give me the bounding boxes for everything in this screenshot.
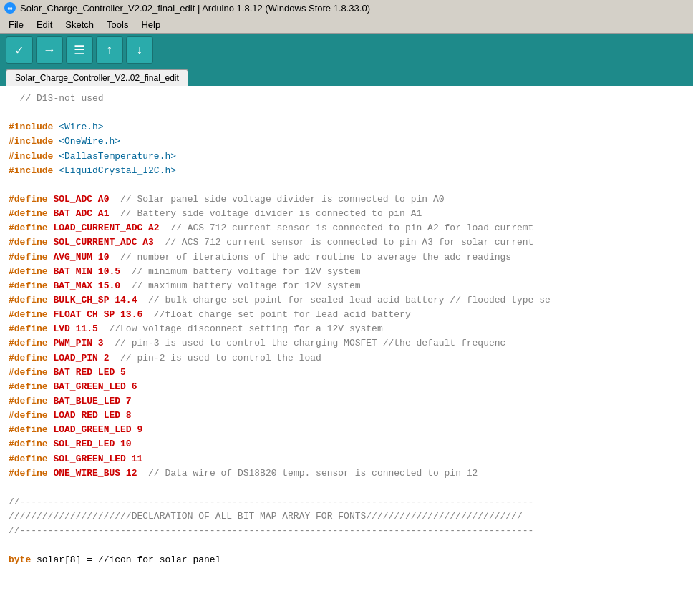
keyword: #define — [9, 223, 48, 233]
keyword: #include — [9, 136, 53, 147]
define-name: BAT_ADC A1 — [53, 208, 109, 219]
keyword: #define — [9, 439, 48, 449]
define-name: LOAD_RED_LED 8 — [53, 410, 131, 421]
keyword: #include — [9, 151, 53, 162]
define-name: BULK_CH_SP 14.4 — [53, 295, 137, 305]
keyword: #include — [9, 122, 53, 132]
separator-comment: //--------------------------------------… — [9, 525, 533, 536]
keyword: #define — [9, 208, 48, 219]
upload-button[interactable]: → — [36, 36, 63, 64]
keyword: #define — [9, 252, 48, 263]
define-comment: // Data wire of DS18B20 temp. sensor is … — [148, 468, 478, 479]
define-comment: // maximum battery voltage for 12V syste… — [132, 280, 361, 291]
define-name: BAT_RED_LED 5 — [53, 367, 125, 378]
keyword: #define — [9, 410, 48, 421]
define-comment: // ACS 712 current sensor is connected t… — [170, 223, 533, 233]
include-file: <OneWire.h> — [59, 136, 120, 147]
define-name: PWM_PIN 3 — [53, 338, 103, 348]
define-name: BAT_MIN 10.5 — [53, 266, 120, 277]
keyword: #define — [9, 309, 48, 320]
keyword: #define — [9, 367, 48, 378]
title-bar: ∞ Solar_Charge_Controller_V2.02_final_ed… — [0, 0, 693, 16]
define-comment: // pin-3 is used to control the charging… — [115, 338, 505, 348]
define-name: LOAD_GREEN_LED 9 — [53, 424, 142, 435]
new-button[interactable]: ☰ — [66, 36, 93, 64]
menu-item-sketch[interactable]: Sketch — [59, 18, 100, 31]
define-comment: // bulk charge set point for sealed lead… — [148, 295, 551, 305]
verify-button[interactable]: ✓ — [6, 36, 33, 64]
code-text: solar[8] = //icon for solar panel — [31, 554, 220, 565]
keyword: #define — [9, 295, 48, 305]
define-name: SOL_GREEN_LED 11 — [53, 454, 142, 464]
toolbar: ✓→☰↑↓ — [0, 34, 693, 67]
tab-bar: Solar_Charge_Controller_V2..02_final_edi… — [0, 67, 693, 86]
define-comment: // Solar panel side voltage divider is c… — [120, 194, 444, 205]
separator-comment: //--------------------------------------… — [9, 497, 533, 507]
include-file: <LiquidCrystal_I2C.h> — [59, 165, 176, 176]
define-name: LVD 11.5 — [53, 323, 97, 334]
separator-comment: //////////////////////DECLARATION OF ALL… — [9, 511, 523, 522]
define-comment: //Low voltage disconnect setting for a 1… — [109, 323, 382, 334]
keyword: #define — [9, 468, 48, 479]
define-name: LOAD_CURRENT_ADC A2 — [53, 223, 159, 233]
define-name: SOL_CURRENT_ADC A3 — [53, 237, 153, 248]
define-name: AVG_NUM 10 — [53, 252, 109, 263]
menu-item-tools[interactable]: Tools — [101, 18, 134, 31]
keyword: #define — [9, 237, 48, 248]
keyword: #define — [9, 266, 48, 277]
keyword: #define — [9, 424, 48, 435]
menu-item-help[interactable]: Help — [135, 18, 166, 31]
define-comment: // number of iterations of the adc routi… — [120, 252, 511, 263]
file-tab[interactable]: Solar_Charge_Controller_V2..02_final_edi… — [6, 69, 188, 86]
define-name: SOL_ADC A0 — [53, 194, 109, 205]
keyword: #define — [9, 194, 48, 205]
define-name: ONE_WIRE_BUS 12 — [53, 468, 137, 479]
keyword: #define — [9, 323, 48, 334]
open-button[interactable]: ↑ — [96, 36, 123, 64]
keyword: #define — [9, 396, 48, 406]
define-comment: // pin-2 is used to control the load — [120, 353, 321, 363]
save-button[interactable]: ↓ — [126, 36, 153, 64]
title-text: Solar_Charge_Controller_V2.02_final_edit… — [20, 3, 370, 14]
include-file: <Wire.h> — [59, 122, 103, 132]
define-comment: //float charge set point for lead acid b… — [154, 309, 411, 320]
define-comment: // ACS 712 current sensor is connected t… — [165, 237, 533, 248]
define-name: FLOAT_CH_SP 13.6 — [53, 309, 142, 320]
menu-item-file[interactable]: File — [3, 18, 29, 31]
define-name: BAT_BLUE_LED 7 — [53, 396, 131, 406]
menu-item-edit[interactable]: Edit — [31, 18, 58, 31]
code-comment: // D13-not used — [9, 93, 104, 104]
keyword: #include — [9, 165, 53, 176]
keyword: #define — [9, 338, 48, 348]
keyword: #define — [9, 381, 48, 392]
keyword: #define — [9, 454, 48, 464]
code-editor[interactable]: // D13-not used #include <Wire.h> #inclu… — [0, 86, 693, 616]
define-name: BAT_GREEN_LED 6 — [53, 381, 137, 392]
define-comment: // minimum battery voltage for 12V syste… — [132, 266, 361, 277]
define-name: SOL_RED_LED 10 — [53, 439, 131, 449]
define-name: LOAD_PIN 2 — [53, 353, 109, 363]
byte-keyword: byte — [9, 554, 31, 565]
keyword: #define — [9, 280, 48, 291]
define-comment: // Battery side voltage divider is conne… — [120, 208, 422, 219]
menu-bar: FileEditSketchToolsHelp — [0, 16, 693, 34]
define-name: BAT_MAX 15.0 — [53, 280, 120, 291]
keyword: #define — [9, 353, 48, 363]
app-icon: ∞ — [4, 2, 16, 14]
include-file: <DallasTemperature.h> — [59, 151, 176, 162]
